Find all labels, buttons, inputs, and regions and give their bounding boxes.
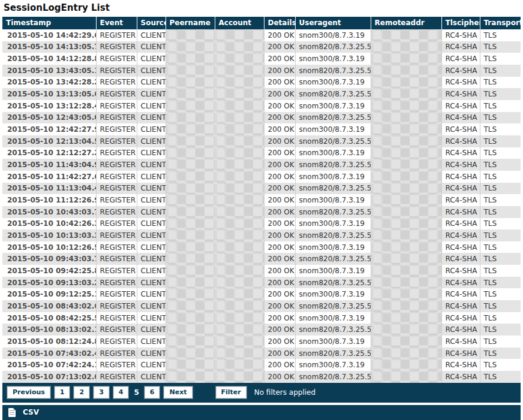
cell-tlscipher: RC4-SHA bbox=[441, 135, 480, 147]
redacted-pixelation bbox=[215, 147, 264, 159]
cell-details: 200 OK bbox=[264, 29, 295, 41]
cell-account-redacted bbox=[215, 194, 264, 206]
cell-transport: TLS bbox=[480, 171, 521, 183]
table-row: 2015-05-10 11:12:26.912 REGISTER CLIENT … bbox=[2, 194, 521, 206]
cell-remoteaddr-redacted bbox=[371, 194, 441, 206]
cell-event: REGISTER bbox=[96, 135, 137, 147]
cell-event: REGISTER bbox=[96, 218, 137, 230]
col-header-remoteaddr: Remoteaddr bbox=[371, 17, 441, 29]
pagination-page-button-2[interactable]: 2 bbox=[74, 386, 89, 398]
cell-source: CLIENT bbox=[137, 206, 166, 218]
cell-account-redacted bbox=[215, 135, 264, 147]
cell-useragent: snom300/8.7.3.19 bbox=[295, 359, 371, 371]
cell-details: 200 OK bbox=[264, 112, 295, 124]
cell-useragent: snom300/8.7.3.19 bbox=[295, 336, 371, 348]
cell-remoteaddr-redacted bbox=[371, 123, 441, 135]
cell-account-redacted bbox=[215, 253, 264, 265]
redacted-pixelation bbox=[215, 371, 264, 383]
cell-transport: TLS bbox=[480, 253, 521, 265]
cell-source: CLIENT bbox=[137, 135, 166, 147]
pagination-page-button-6[interactable]: 6 bbox=[145, 386, 160, 398]
col-header-tlscipher: Tlscipher bbox=[441, 17, 480, 29]
cell-account-redacted bbox=[215, 288, 264, 300]
cell-details: 200 OK bbox=[264, 371, 295, 383]
cell-peername-redacted bbox=[166, 123, 215, 135]
cell-remoteaddr-redacted bbox=[371, 312, 441, 324]
cell-tlscipher: RC4-SHA bbox=[441, 241, 480, 253]
pagination-page-button-3[interactable]: 3 bbox=[94, 386, 109, 398]
filter-status-text: No filters applied bbox=[254, 388, 315, 397]
redacted-pixelation bbox=[166, 241, 215, 253]
redacted-pixelation bbox=[215, 123, 264, 135]
cell-timestamp: 2015-05-10 10:43:03.792 bbox=[2, 206, 96, 218]
cell-source: CLIENT bbox=[137, 123, 166, 135]
cell-source: CLIENT bbox=[137, 88, 166, 100]
cell-source: CLIENT bbox=[137, 336, 166, 348]
redacted-pixelation bbox=[215, 88, 264, 100]
redacted-pixelation bbox=[166, 183, 215, 195]
cell-useragent: snom300/8.7.3.19 bbox=[295, 171, 371, 183]
redacted-pixelation bbox=[166, 277, 215, 289]
cell-timestamp: 2015-05-10 09:42:25.872 bbox=[2, 265, 96, 277]
cell-transport: TLS bbox=[480, 277, 521, 289]
cell-timestamp: 2015-05-10 10:12:26.558 bbox=[2, 241, 96, 253]
redacted-pixelation bbox=[215, 288, 264, 300]
filter-button[interactable]: Filter bbox=[216, 386, 247, 398]
cell-details: 200 OK bbox=[264, 77, 295, 89]
redacted-pixelation bbox=[215, 65, 264, 77]
cell-timestamp: 2015-05-10 09:43:03.724 bbox=[2, 253, 96, 265]
cell-useragent: snom820/8.7.3.25.5 bbox=[295, 159, 371, 171]
cell-details: 200 OK bbox=[264, 65, 295, 77]
cell-remoteaddr-redacted bbox=[371, 147, 441, 159]
cell-remoteaddr-redacted bbox=[371, 218, 441, 230]
cell-useragent: snom820/8.7.3.25.5 bbox=[295, 348, 371, 359]
cell-source: CLIENT bbox=[137, 229, 166, 241]
cell-transport: TLS bbox=[480, 65, 521, 77]
cell-source: CLIENT bbox=[137, 324, 166, 336]
cell-useragent: snom820/8.7.3.25.5 bbox=[295, 277, 371, 289]
cell-transport: TLS bbox=[480, 229, 521, 241]
table-row: 2015-05-10 13:12:28.490 REGISTER CLIENT … bbox=[2, 100, 521, 112]
table-row: 2015-05-10 09:42:25.872 REGISTER CLIENT … bbox=[2, 265, 521, 277]
cell-timestamp: 2015-05-10 09:13:03.224 bbox=[2, 277, 96, 289]
cell-source: CLIENT bbox=[137, 277, 166, 289]
table-row: 2015-05-10 10:42:26.348 REGISTER CLIENT … bbox=[2, 218, 521, 230]
cell-account-redacted bbox=[215, 371, 264, 383]
cell-timestamp: 2015-05-10 12:13:04.534 bbox=[2, 135, 96, 147]
redacted-pixelation bbox=[371, 348, 441, 359]
cell-transport: TLS bbox=[480, 183, 521, 195]
cell-remoteaddr-redacted bbox=[371, 206, 441, 218]
pagination-page-button-4[interactable]: 4 bbox=[113, 386, 129, 398]
col-header-details: Details bbox=[264, 17, 295, 29]
pagination-previous-button[interactable]: Previous bbox=[7, 386, 50, 398]
redacted-pixelation bbox=[215, 159, 264, 171]
cell-source: CLIENT bbox=[137, 112, 166, 124]
table-row: 2015-05-10 14:12:28.844 REGISTER CLIENT … bbox=[2, 53, 521, 65]
pagination-next-button[interactable]: Next bbox=[164, 386, 192, 398]
cell-details: 200 OK bbox=[264, 53, 295, 65]
redacted-pixelation bbox=[166, 312, 215, 324]
pagination-page-button-1[interactable]: 1 bbox=[55, 386, 70, 398]
table-row: 2015-05-10 13:43:05.124 REGISTER CLIENT … bbox=[2, 65, 521, 77]
cell-details: 200 OK bbox=[264, 348, 295, 359]
cell-timestamp: 2015-05-10 07:43:02.498 bbox=[2, 348, 96, 359]
cell-details: 200 OK bbox=[264, 324, 295, 336]
cell-tlscipher: RC4-SHA bbox=[441, 348, 480, 359]
cell-timestamp: 2015-05-10 07:42:24.190 bbox=[2, 359, 96, 371]
cell-account-redacted bbox=[215, 300, 264, 312]
cell-source: CLIENT bbox=[137, 348, 166, 359]
redacted-pixelation bbox=[371, 206, 441, 218]
cell-event: REGISTER bbox=[96, 229, 137, 241]
csv-export-button[interactable]: CSV bbox=[8, 408, 39, 417]
cell-account-redacted bbox=[215, 218, 264, 230]
cell-details: 200 OK bbox=[264, 312, 295, 324]
cell-source: CLIENT bbox=[137, 147, 166, 159]
redacted-pixelation bbox=[166, 53, 215, 65]
cell-timestamp: 2015-05-10 14:12:28.844 bbox=[2, 53, 96, 65]
redacted-pixelation bbox=[166, 135, 215, 147]
cell-remoteaddr-redacted bbox=[371, 265, 441, 277]
cell-event: REGISTER bbox=[96, 288, 137, 300]
redacted-pixelation bbox=[371, 88, 441, 100]
cell-peername-redacted bbox=[166, 229, 215, 241]
cell-source: CLIENT bbox=[137, 288, 166, 300]
